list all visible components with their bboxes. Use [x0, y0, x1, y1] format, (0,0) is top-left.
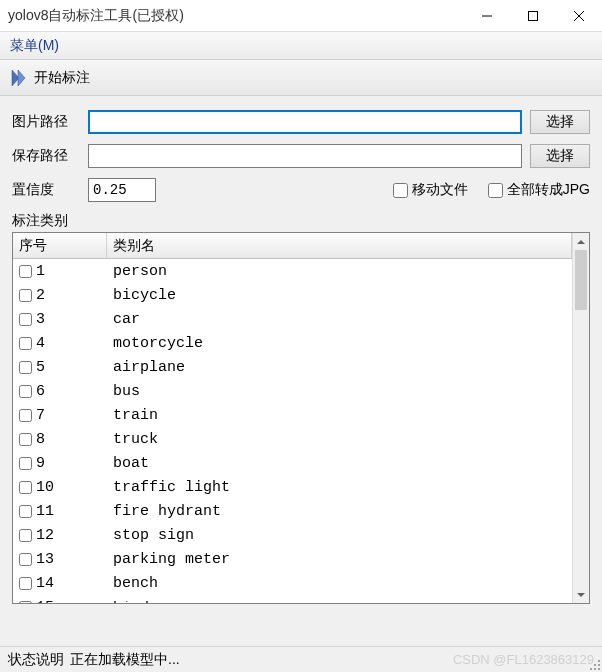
row-index: 1 — [36, 263, 45, 280]
cell-index: 10 — [13, 479, 107, 496]
row-index: 8 — [36, 431, 45, 448]
row-checkbox[interactable] — [19, 385, 32, 398]
table-row[interactable]: 4motorcycle — [13, 331, 572, 355]
row-checkbox[interactable] — [19, 577, 32, 590]
row-index: 14 — [36, 575, 54, 592]
save-path-label: 保存路径 — [12, 147, 80, 165]
convert-jpg-label: 全部转成JPG — [507, 181, 590, 199]
cell-name: bus — [107, 383, 572, 400]
cell-name: train — [107, 407, 572, 424]
save-path-input[interactable] — [88, 144, 522, 168]
row-checkbox[interactable] — [19, 265, 32, 278]
row-checkbox[interactable] — [19, 433, 32, 446]
play-icon — [10, 69, 28, 87]
convert-jpg-wrap[interactable]: 全部转成JPG — [488, 181, 590, 199]
row-checkbox[interactable] — [19, 481, 32, 494]
row-index: 2 — [36, 287, 45, 304]
table-row[interactable]: 6bus — [13, 379, 572, 403]
scrollbar[interactable] — [572, 233, 589, 603]
row-checkbox[interactable] — [19, 289, 32, 302]
minimize-button[interactable] — [464, 0, 510, 32]
table-row[interactable]: 15bird — [13, 595, 572, 603]
toolbar: 开始标注 — [0, 60, 602, 96]
image-path-row: 图片路径 选择 — [12, 110, 590, 134]
move-files-checkbox[interactable] — [393, 183, 408, 198]
statusbar: 状态说明 正在加载模型中... CSDN @FL1623863129 — [0, 646, 602, 672]
cell-index: 5 — [13, 359, 107, 376]
start-labeling-button[interactable]: 开始标注 — [34, 69, 90, 87]
row-checkbox[interactable] — [19, 529, 32, 542]
row-index: 5 — [36, 359, 45, 376]
cell-name: truck — [107, 431, 572, 448]
window-title: yolov8自动标注工具(已授权) — [8, 7, 464, 25]
cell-index: 2 — [13, 287, 107, 304]
row-checkbox[interactable] — [19, 601, 32, 603]
table-row[interactable]: 8truck — [13, 427, 572, 451]
cell-name: motorcycle — [107, 335, 572, 352]
table-row[interactable]: 5airplane — [13, 355, 572, 379]
table-row[interactable]: 9boat — [13, 451, 572, 475]
save-path-row: 保存路径 选择 — [12, 144, 590, 168]
move-files-wrap[interactable]: 移动文件 — [393, 181, 468, 199]
confidence-label: 置信度 — [12, 181, 80, 199]
table-header: 序号 类别名 — [13, 233, 572, 259]
titlebar: yolov8自动标注工具(已授权) — [0, 0, 602, 32]
row-index: 7 — [36, 407, 45, 424]
header-index[interactable]: 序号 — [13, 233, 107, 258]
cell-index: 13 — [13, 551, 107, 568]
confidence-input[interactable] — [88, 178, 156, 202]
cell-index: 8 — [13, 431, 107, 448]
cell-name: person — [107, 263, 572, 280]
menu-main[interactable]: 菜单(M) — [10, 37, 59, 55]
maximize-button[interactable] — [510, 0, 556, 32]
row-checkbox[interactable] — [19, 553, 32, 566]
row-checkbox[interactable] — [19, 337, 32, 350]
categories-table: 序号 类别名 1person2bicycle3car4motorcycle5ai… — [12, 232, 590, 604]
svg-marker-5 — [18, 70, 25, 86]
row-checkbox[interactable] — [19, 505, 32, 518]
table-row[interactable]: 1person — [13, 259, 572, 283]
resize-grip[interactable] — [586, 656, 600, 670]
table-row[interactable]: 12stop sign — [13, 523, 572, 547]
image-path-input[interactable] — [88, 110, 522, 134]
table-row[interactable]: 7train — [13, 403, 572, 427]
move-files-label: 移动文件 — [412, 181, 468, 199]
image-path-select-button[interactable]: 选择 — [530, 110, 590, 134]
row-index: 13 — [36, 551, 54, 568]
table-row[interactable]: 11fire hydrant — [13, 499, 572, 523]
cell-index: 4 — [13, 335, 107, 352]
cell-index: 11 — [13, 503, 107, 520]
table-row[interactable]: 13parking meter — [13, 547, 572, 571]
cell-name: airplane — [107, 359, 572, 376]
header-name[interactable]: 类别名 — [107, 233, 572, 258]
convert-jpg-checkbox[interactable] — [488, 183, 503, 198]
close-button[interactable] — [556, 0, 602, 32]
cell-index: 15 — [13, 601, 107, 603]
save-path-select-button[interactable]: 选择 — [530, 144, 590, 168]
table-row[interactable]: 14bench — [13, 571, 572, 595]
table-row[interactable]: 10traffic light — [13, 475, 572, 499]
scroll-up-button[interactable] — [573, 233, 589, 250]
cell-name: fire hydrant — [107, 503, 572, 520]
row-checkbox[interactable] — [19, 409, 32, 422]
cell-index: 9 — [13, 455, 107, 472]
row-index: 6 — [36, 383, 45, 400]
cell-name: traffic light — [107, 479, 572, 496]
row-checkbox[interactable] — [19, 457, 32, 470]
row-index: 15 — [36, 601, 54, 603]
scroll-down-button[interactable] — [573, 586, 589, 603]
table-row[interactable]: 3car — [13, 307, 572, 331]
confidence-row: 置信度 移动文件 全部转成JPG — [12, 178, 590, 202]
watermark: CSDN @FL1623863129 — [180, 652, 594, 667]
row-index: 3 — [36, 311, 45, 328]
image-path-label: 图片路径 — [12, 113, 80, 131]
cell-name: bird — [107, 601, 572, 603]
row-index: 12 — [36, 527, 54, 544]
cell-name: bench — [107, 575, 572, 592]
scroll-thumb[interactable] — [575, 250, 587, 310]
cell-name: boat — [107, 455, 572, 472]
cell-index: 12 — [13, 527, 107, 544]
table-row[interactable]: 2bicycle — [13, 283, 572, 307]
row-checkbox[interactable] — [19, 361, 32, 374]
row-checkbox[interactable] — [19, 313, 32, 326]
